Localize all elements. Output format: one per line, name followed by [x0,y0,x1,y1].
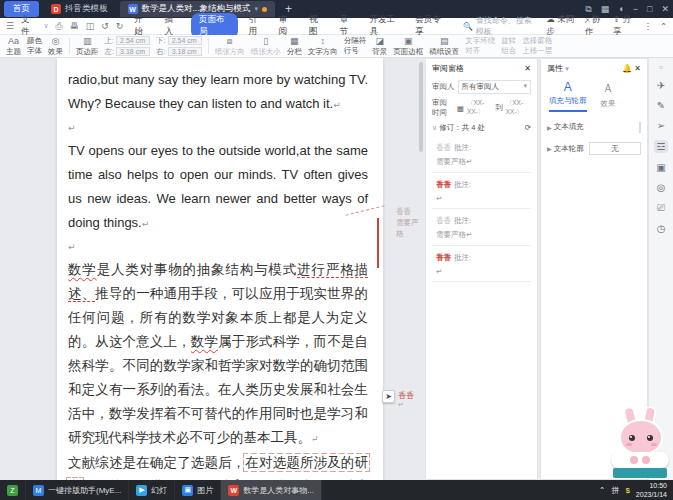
taskbar: Z M一键排版助手(MyE... ▶幻灯 ▣图片 W数学是人类对事物... ⌃ … [0,480,673,500]
mascot-toolbar[interactable] [611,452,669,468]
taskbar-item-photos[interactable]: ▣图片 [175,480,221,500]
page-border-button[interactable]: ▣页面边框 [393,36,423,57]
workspace-grid-icon[interactable]: ▦ [601,4,610,14]
comment-card[interactable]: 香香批注: 需要严格↵ [432,140,531,173]
ime-icon[interactable]: 拼 [611,485,619,496]
select-cursor-icon[interactable]: ➢ [657,120,665,131]
line-numbers-button[interactable]: 行号 [344,46,367,57]
document-page[interactable]: radio,but many say they learn more by wa… [57,58,383,480]
margin-comment-note[interactable]: 香香 需要严格 [396,206,425,239]
help-circle-icon[interactable]: ◎ [657,182,666,193]
tray-expand-icon[interactable]: ⌃ [599,486,606,495]
clock[interactable]: 10:50 2023/1/14 [636,481,667,499]
refresh-icon[interactable]: ⟳ [525,123,531,133]
comment-marker[interactable]: ➤ 香香 ↵ [382,390,414,409]
date-to-field[interactable]: 〈XX-XX-〉 [506,99,531,117]
preview-icon[interactable]: ◫ [86,21,95,31]
margin-bottom-input[interactable]: 2.54 cm [168,36,202,45]
minimize-button[interactable]: − [633,4,638,14]
orientation-button[interactable]: ⧈纸张方向 [215,36,245,57]
save-icon[interactable]: ⎙ [56,21,63,32]
rotate-button[interactable]: 旋转 [501,36,516,47]
tab-template[interactable]: D 抖音类模板 [43,1,116,17]
properties-panel-icon[interactable]: ☲ [654,140,669,153]
tab-effects[interactable]: Ａ效果 [601,80,616,112]
paragraph-math[interactable]: 数学是人类对事物的抽象结构与模式进行严格描述、推导的一种通用手段，可以应用于现实… [68,258,368,451]
pilcrow-icon: ↵ [333,100,341,110]
assistant-mascot[interactable] [611,406,669,478]
close-icon[interactable]: ✕ [524,64,531,73]
share-doc-icon[interactable]: ✈ [657,80,665,91]
document-scrollbar[interactable] [419,62,423,152]
taskbar-app-launcher[interactable]: Z [0,480,26,500]
bell-icon[interactable]: 🔔 [622,64,632,73]
margin-top-input[interactable]: 2.54 cm [116,36,150,45]
chevron-down-icon[interactable]: ▾ [255,5,259,13]
paragraph-english-2[interactable]: TV opens our eyes to the outside world,a… [68,139,368,236]
font-button[interactable]: 字体 [27,46,42,57]
comment-card[interactable]: 香香批注: ↵ [432,177,531,209]
history-clock-icon[interactable]: ◷ [657,223,666,234]
tab-fill-outline[interactable]: A填充与轮廓 [549,80,587,112]
image-tool-icon[interactable]: ▣ [656,162,665,173]
mascot-head [619,419,663,455]
maximize-button[interactable]: □ [647,4,652,14]
effects-button[interactable]: ◎效果 [48,36,63,57]
expand-triangle-icon[interactable]: ▶ [547,124,552,131]
print-icon[interactable]: 🖶 [70,21,79,31]
review-time-label: 审阅时间 [432,98,454,118]
taskbar-item-slides[interactable]: ▶幻灯 [129,480,175,500]
spellcheck-word: 数学 [191,334,218,349]
paragraph-english-1[interactable]: radio,but many say they learn more by wa… [68,68,368,117]
layout-split-icon[interactable]: ⧉ [585,4,591,15]
expand-triangle-icon[interactable]: ▶ [547,145,552,152]
redo-icon[interactable]: ↻ [116,21,124,31]
edit-pen-icon[interactable]: ✎ [657,100,665,111]
video-tool-icon[interactable]: ⎚ [657,202,665,214]
taskbar-item-typeset-helper[interactable]: M一键排版助手(MyE... [26,480,129,500]
hamburger-icon[interactable]: ☰ [6,21,14,31]
taskbar-item-wps-doc[interactable]: W数学是人类对事物... [221,480,322,500]
template-doc-icon: D [51,4,61,14]
margin-left-input[interactable]: 3.18 cm [116,47,150,56]
breaks-button[interactable]: 分隔符 [344,36,367,47]
color-button[interactable]: 颜色 [27,36,42,47]
close-button[interactable]: ✕ [661,4,669,14]
background-button[interactable]: ◪背景 [372,36,387,57]
select-pane-button[interactable]: 选择窗格 [522,36,552,47]
review-pane: 审阅窗格 ✕ 审阅人 所有审阅人▾ 审阅时间 ▦ 〈XX-XX-〉 到 〈XX-… [425,58,538,480]
bring-forward-button[interactable]: 上移一层 [522,46,552,57]
revisions-toggle[interactable]: ∨ 修订：共 4 处 [432,123,485,133]
theme-button[interactable]: Aa主题 [6,36,21,57]
columns-button[interactable]: ▦分栏 [287,36,302,57]
comment-card[interactable]: 香香批注: ↵ [432,250,531,282]
theme-icon: Aa [8,36,19,47]
reviewer-dropdown[interactable]: 所有审阅人▾ [458,80,532,94]
align-button[interactable]: 对齐 [465,46,495,57]
command-search[interactable]: 🔍 查找命令、搜索模板 [463,15,539,37]
assistant-icon[interactable]: ◖ [618,4,623,14]
margin-right-input[interactable]: 3.18 cm [168,47,202,56]
grid-setup-button[interactable]: ▤稿纸设置 [429,36,459,57]
text-fill-swatch[interactable] [639,122,641,133]
calendar-icon: ▦ [457,104,464,113]
group-button[interactable]: 组合 [501,46,516,57]
margins-icon: ▥ [83,36,92,47]
margins-button[interactable]: ▥页边距 [76,36,99,57]
more-icon[interactable]: ⋮ [643,21,652,31]
undo-icon[interactable]: ↺ [101,21,109,31]
currency-tray-icon[interactable]: $ [625,486,629,495]
comment-cursor-icon[interactable]: ➤ [382,390,395,403]
close-icon[interactable]: ✕ [634,64,641,73]
text-outline-dropdown[interactable]: 无 [589,142,641,155]
file-chevron-icon[interactable]: ∨ [43,22,48,30]
date-from-field[interactable]: 〈XX-XX-〉 [467,99,492,117]
paper-size-button[interactable]: ▯纸张大小 [251,36,281,57]
collapse-ribbon-icon[interactable]: ⌃ [660,21,667,31]
text-wrap-button[interactable]: 文字环绕 [465,36,495,47]
text-direction-button[interactable]: ↕文字方向 [308,36,338,57]
paragraph-literature[interactable]: 文献综述是在确定了选题后，在对选题所涉及的研究领域的文献进展广泛阅读和理解的根底… [68,451,368,480]
pilcrow-icon: ↵ [68,123,76,133]
green-app-icon: Z [7,485,18,496]
comment-card[interactable]: 香香批注: 需要严格↵ [432,213,531,246]
